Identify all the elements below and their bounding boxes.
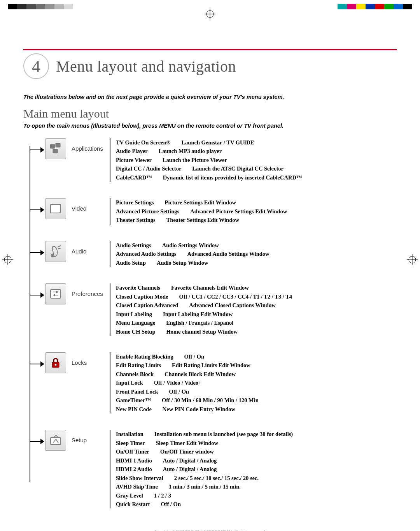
menu-item-row: Advanced Picture SettingsAdvanced Pictur… bbox=[116, 207, 287, 216]
category-label: Video bbox=[72, 205, 107, 212]
preferences-icon bbox=[45, 283, 66, 304]
audio-icon bbox=[45, 241, 66, 262]
menu-item-name: Menu Language bbox=[116, 318, 155, 327]
menu-item-row: TV Guide On Screen®Launch Gemstar / TV G… bbox=[116, 138, 302, 147]
menu-item-row: HDMI 2 AudioAuto / Digital / Analog bbox=[116, 465, 293, 473]
menu-item-value: Theater Settings Edit Window bbox=[166, 216, 239, 224]
item-list: Enable Rating BlockingOff / OnEdit Ratin… bbox=[116, 352, 259, 413]
menu-item-name: New PIN Code bbox=[116, 405, 152, 413]
menu-item-name: CableCARD™ bbox=[116, 173, 152, 182]
menu-item-value: Auto / Digital / Analog bbox=[163, 465, 217, 473]
branch-arrow-icon bbox=[30, 290, 45, 300]
item-list: TV Guide On Screen®Launch Gemstar / TV G… bbox=[116, 138, 302, 182]
menu-item-value: Launch the ATSC Digital CC Selector bbox=[192, 164, 284, 173]
chapter-rule bbox=[23, 49, 397, 50]
menu-item-name: AVHD Skip Time bbox=[116, 482, 158, 491]
menu-item-row: Sleep TimerSleep Timer Edit Window bbox=[116, 439, 293, 447]
menu-item-row: Audio SetupAudio Setup Window bbox=[116, 258, 270, 267]
item-group-bar bbox=[110, 352, 110, 413]
menu-item-value: Edit Rating Limits Edit Window bbox=[172, 361, 250, 369]
menu-item-value: Off / 30 Min / 60 Min / 90 Min / 120 Min bbox=[162, 396, 259, 404]
menu-item-row: Input LabelingInput Labeling Edit Window bbox=[116, 310, 292, 318]
menu-item-name: HDMI 1 Audio bbox=[116, 456, 152, 465]
menu-item-name: HDMI 2 Audio bbox=[116, 465, 152, 473]
menu-item-value: Favorite Channels Edit Window bbox=[171, 283, 249, 292]
menu-item-row: Advanced Audio SettingsAdvanced Audio Se… bbox=[116, 250, 270, 258]
branch-arrow-icon bbox=[30, 437, 45, 446]
menu-item-row: Favorite ChannelsFavorite Channels Edit … bbox=[116, 283, 292, 292]
menu-item-name: Installation bbox=[116, 430, 144, 438]
menu-item-row: Channels BlockChannels Block Edit Window bbox=[116, 370, 259, 378]
menu-item-name: Audio Setup bbox=[116, 258, 146, 267]
chapter-intro: The illustrations below and on the next … bbox=[23, 94, 397, 100]
menu-item-row: New PIN CodeNew PIN Code Entry Window bbox=[116, 405, 259, 413]
crosshair-icon bbox=[205, 9, 215, 21]
video-icon bbox=[45, 198, 66, 219]
item-group-bar bbox=[110, 138, 110, 182]
menu-item-value: Off / Video / Video+ bbox=[154, 378, 202, 387]
menu-item-row: Audio SettingsAudio Settings Window bbox=[116, 241, 270, 250]
svg-rect-11 bbox=[53, 149, 58, 153]
menu-item-name: Sleep Timer bbox=[116, 439, 145, 447]
menu-item-row: InstallationInstallation sub menu is lau… bbox=[116, 430, 293, 438]
branch-arrow-icon bbox=[30, 248, 45, 257]
menu-item-name: Closed Caption Mode bbox=[116, 292, 168, 301]
menu-item-name: Enable Rating Blocking bbox=[116, 352, 173, 361]
menu-item-value: Advanced Audio Settings Window bbox=[187, 250, 270, 258]
menu-item-name: Audio Settings bbox=[116, 241, 151, 250]
menu-item-row: Input LockOff / Video / Video+ bbox=[116, 378, 259, 387]
menu-item-value: Home channel Setup Window bbox=[166, 327, 238, 336]
menu-item-value: On/Off Timer window bbox=[160, 447, 214, 456]
item-list: InstallationInstallation sub menu is lau… bbox=[116, 430, 293, 508]
section-title: Main menu layout bbox=[23, 107, 397, 120]
menu-item-row: Slide Show Interval2 sec./ 5 sec./ 10 se… bbox=[116, 474, 293, 482]
menu-branch: LocksEnable Rating BlockingOff / OnEdit … bbox=[30, 352, 397, 413]
menu-item-name: Input Lock bbox=[116, 378, 143, 387]
menu-item-value: Installation sub menu is launched (see p… bbox=[154, 430, 293, 438]
menu-item-row: Menu LanguageEnglish / Français / Españo… bbox=[116, 318, 292, 327]
menu-item-row: Digital CC / Audio SelectorLaunch the AT… bbox=[116, 164, 302, 173]
menu-item-name: TV Guide On Screen® bbox=[116, 138, 170, 147]
menu-item-value: Audio Setup Window bbox=[157, 258, 208, 267]
menu-item-name: Channels Block bbox=[116, 370, 154, 378]
menu-item-row: HDMI 1 AudioAuto / Digital / Analog bbox=[116, 456, 293, 465]
menu-item-value: Auto / Digital / Analog bbox=[163, 456, 217, 465]
menu-branch: VideoPicture SettingsPicture Settings Ed… bbox=[30, 198, 397, 224]
menu-item-name: Front Panel Lock bbox=[116, 387, 158, 396]
svg-rect-13 bbox=[51, 290, 61, 298]
menu-item-value: Channels Block Edit Window bbox=[164, 370, 236, 378]
menu-item-name: GameTimer™ bbox=[116, 396, 151, 404]
menu-item-value: Audio Settings Window bbox=[162, 241, 219, 250]
item-group-bar bbox=[110, 198, 110, 224]
category-label: Preferences bbox=[72, 290, 107, 297]
menu-item-row: GameTimer™Off / 30 Min / 60 Min / 90 Min… bbox=[116, 396, 259, 404]
menu-item-value: 2 sec./ 5 sec./ 10 sec./ 15 sec./ 20 sec… bbox=[174, 474, 259, 482]
category-label: Setup bbox=[72, 437, 107, 443]
menu-item-value: New PIN Code Entry Window bbox=[163, 405, 235, 413]
menu-item-value: Launch the Picture Viewer bbox=[163, 156, 227, 164]
menu-item-name: Digital CC / Audio Selector bbox=[116, 164, 181, 173]
menu-item-name: On/Off Timer bbox=[116, 447, 149, 456]
menu-item-value: Advanced Closed Captions Window bbox=[189, 301, 275, 309]
item-list: Audio SettingsAudio Settings WindowAdvan… bbox=[116, 241, 270, 267]
menu-item-name: Edit Rating Limits bbox=[116, 361, 161, 369]
menu-item-name: Input Labeling bbox=[116, 310, 152, 318]
locks-icon bbox=[45, 352, 66, 373]
menu-item-name: Home CH Setup bbox=[116, 327, 156, 336]
menu-item-row: Picture SettingsPicture Settings Edit Wi… bbox=[116, 198, 287, 207]
menu-item-name: Favorite Channels bbox=[116, 283, 160, 292]
svg-rect-20 bbox=[51, 438, 61, 445]
branch-arrow-icon bbox=[30, 359, 45, 369]
category-label: Audio bbox=[72, 248, 107, 255]
menu-item-row: Gray Level1 / 2 / 3 bbox=[116, 491, 293, 500]
setup-icon bbox=[45, 430, 66, 451]
category-label: Applications bbox=[72, 145, 107, 152]
menu-item-row: CableCARD™Dynamic list of items provided… bbox=[116, 173, 302, 182]
svg-point-15 bbox=[56, 291, 58, 293]
menu-item-name: Audio Player bbox=[116, 147, 148, 155]
menu-item-row: Closed Caption ModeOff / CC1 / CC2 / CC3… bbox=[116, 292, 292, 301]
menu-item-name: Quick Restart bbox=[116, 500, 150, 508]
item-list: Favorite ChannelsFavorite Channels Edit … bbox=[116, 283, 292, 336]
menu-item-row: Theater SettingsTheater Settings Edit Wi… bbox=[116, 216, 287, 224]
menu-item-name: Picture Viewer bbox=[116, 156, 152, 164]
